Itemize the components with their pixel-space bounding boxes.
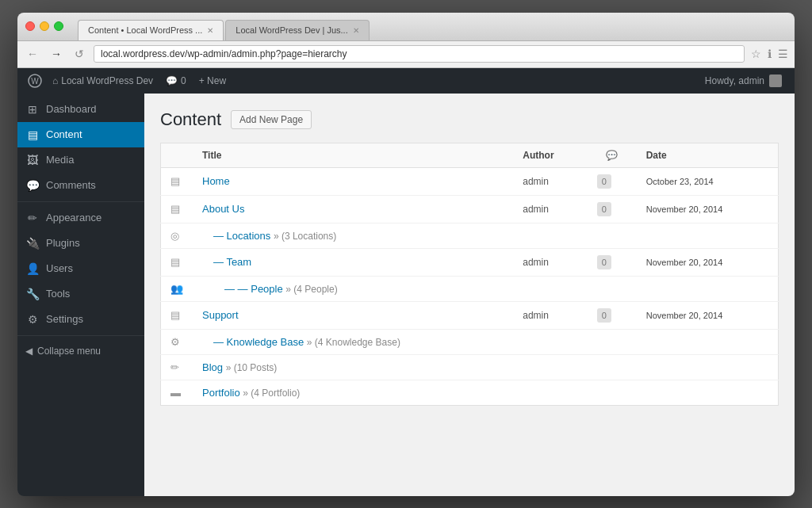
knowledge-base-link[interactable]: — Knowledge Base bbox=[213, 336, 304, 348]
comment-count: 0 bbox=[597, 308, 611, 323]
row-icon-cell: ▤ bbox=[161, 301, 193, 329]
sidebar-item-appearance[interactable]: ✏ Appearance bbox=[17, 205, 144, 231]
author-cell: admin bbox=[513, 248, 587, 276]
kb-icon: ⚙ bbox=[170, 336, 180, 348]
new-label: + New bbox=[199, 75, 226, 86]
comments-icon: 💬 bbox=[166, 75, 178, 86]
browser-window: Content • Local WordPress ... ✕ Local Wo… bbox=[17, 13, 795, 496]
comment-cell: 0 bbox=[588, 195, 637, 223]
people-icon: 👥 bbox=[170, 283, 183, 295]
table-row: ▤ — Team admin 0 November 20, 2014 bbox=[161, 248, 779, 276]
page-title-link[interactable]: Home bbox=[202, 175, 230, 187]
title-cell: Home bbox=[193, 167, 513, 195]
forward-button[interactable]: → bbox=[48, 46, 65, 62]
back-button[interactable]: ← bbox=[24, 46, 41, 62]
sidebar-item-label: Comments bbox=[46, 179, 96, 191]
author-cell: admin bbox=[513, 195, 587, 223]
minimize-button[interactable] bbox=[40, 21, 49, 31]
reload-button[interactable]: ↺ bbox=[71, 46, 87, 62]
date-cell bbox=[637, 223, 779, 248]
comments-count: 0 bbox=[181, 75, 186, 86]
about-us-link[interactable]: About Us bbox=[202, 203, 244, 215]
table-row: ▤ About Us admin 0 November 20, 2014 bbox=[161, 195, 779, 223]
comments-item[interactable]: 💬 0 bbox=[159, 68, 193, 94]
title-cell: — Locations » (3 Locations) bbox=[193, 223, 513, 248]
address-input[interactable]: local.wordpress.dev/wp-admin/admin.php?p… bbox=[94, 45, 745, 63]
site-name-label: Local WordPress Dev bbox=[61, 75, 153, 86]
close-button[interactable] bbox=[25, 21, 35, 31]
comment-cell: 0 bbox=[588, 167, 637, 195]
row-icon-cell: ▤ bbox=[161, 195, 193, 223]
sidebar-item-dashboard[interactable]: ⊞ Dashboard bbox=[17, 97, 144, 122]
settings-icon: ⚙ bbox=[25, 313, 40, 326]
sidebar-item-label: Plugins bbox=[46, 237, 80, 249]
home-icon: ⌂ bbox=[52, 75, 58, 86]
row-icon-cell: ✏ bbox=[161, 354, 193, 380]
page-title: Content bbox=[160, 109, 221, 130]
site-name-item[interactable]: ⌂ Local WordPress Dev bbox=[46, 68, 159, 94]
sidebar-item-users[interactable]: 👤 Users bbox=[17, 256, 144, 281]
comment-cell: 0 bbox=[588, 301, 637, 329]
date-cell bbox=[637, 329, 779, 354]
sidebar-item-media[interactable]: 🖼 Media bbox=[17, 147, 144, 173]
sidebar-item-content[interactable]: ▤ Content bbox=[17, 122, 144, 147]
maximize-button[interactable] bbox=[54, 21, 63, 31]
plugins-icon: 🔌 bbox=[25, 237, 40, 250]
new-item[interactable]: + New bbox=[193, 68, 232, 94]
collapse-icon: ◀ bbox=[25, 346, 33, 357]
team-link[interactable]: — Team bbox=[213, 256, 251, 268]
portfolio-link[interactable]: Portfolio bbox=[202, 387, 240, 399]
add-new-page-button[interactable]: Add New Page bbox=[231, 110, 312, 129]
col-title-header bbox=[161, 143, 193, 167]
table-row: ✏ Blog » (10 Posts) bbox=[161, 354, 779, 380]
content-table: Title Author 💬 Date ▤ Home bbox=[160, 143, 779, 406]
collapse-menu-item[interactable]: ◀ Collapse menu bbox=[17, 339, 144, 363]
title-cell: — Knowledge Base » (4 Knowledge Base) bbox=[193, 329, 513, 354]
sidebar-item-label: Users bbox=[46, 262, 73, 274]
sidebar-item-plugins[interactable]: 🔌 Plugins bbox=[17, 231, 144, 256]
sidebar-item-label: Appearance bbox=[46, 212, 102, 223]
wp-logo[interactable]: W bbox=[24, 68, 46, 94]
row-icon-cell: 👥 bbox=[161, 276, 193, 301]
author-cell: admin bbox=[513, 301, 587, 329]
blog-link[interactable]: Blog bbox=[202, 361, 223, 373]
wp-admin-bar: W ⌂ Local WordPress Dev 💬 0 + New Howdy,… bbox=[17, 68, 795, 94]
people-link[interactable]: — — People bbox=[224, 283, 283, 295]
row-icon-cell: ▬ bbox=[161, 380, 193, 405]
bookmark-icon[interactable]: ☆ bbox=[751, 48, 761, 60]
menu-icon[interactable]: ☰ bbox=[778, 48, 788, 60]
tab-content[interactable]: Content • Local WordPress ... ✕ bbox=[78, 20, 224, 40]
sidebar-item-tools[interactable]: 🔧 Tools bbox=[17, 281, 144, 307]
portfolio-icon: ▬ bbox=[170, 387, 181, 399]
addressbar: ← → ↺ local.wordpress.dev/wp-admin/admin… bbox=[17, 41, 795, 68]
content-icon: ▤ bbox=[25, 128, 40, 141]
tab-close-icon[interactable]: ✕ bbox=[207, 26, 213, 35]
sidebar-item-label: Media bbox=[46, 154, 74, 166]
sidebar-item-settings[interactable]: ⚙ Settings bbox=[17, 307, 144, 332]
content-area: Content Add New Page Title Author 💬 Date bbox=[144, 94, 795, 496]
support-link[interactable]: Support bbox=[202, 309, 239, 321]
blog-icon: ✏ bbox=[170, 361, 179, 373]
media-icon: 🖼 bbox=[25, 154, 40, 166]
locations-link[interactable]: — Locations bbox=[213, 230, 270, 242]
date-cell bbox=[637, 276, 779, 301]
comment-cell bbox=[588, 354, 637, 380]
tab-wp-dev[interactable]: Local WordPress Dev | Jus... ✕ bbox=[225, 20, 369, 40]
howdy-item[interactable]: Howdy, admin bbox=[699, 68, 788, 94]
author-cell: admin bbox=[513, 167, 587, 195]
comment-cell bbox=[588, 223, 637, 248]
info-icon[interactable]: ℹ bbox=[768, 48, 772, 60]
date-cell: October 23, 2014 bbox=[637, 167, 779, 195]
sidebar-divider-1 bbox=[17, 201, 144, 202]
location-icon: ◎ bbox=[170, 230, 179, 242]
tab-close-icon[interactable]: ✕ bbox=[353, 26, 359, 35]
sidebar-item-comments[interactable]: 💬 Comments bbox=[17, 173, 144, 198]
collapse-label: Collapse menu bbox=[37, 346, 101, 357]
col-author-header: Author bbox=[513, 143, 587, 167]
comment-count: 0 bbox=[597, 255, 611, 269]
comment-cell bbox=[588, 276, 637, 301]
tab-label: Local WordPress Dev | Jus... bbox=[236, 25, 347, 35]
title-cell: — — People » (4 People) bbox=[193, 276, 513, 301]
svg-text:W: W bbox=[31, 77, 39, 86]
blog-count: » (10 Posts) bbox=[226, 362, 278, 373]
